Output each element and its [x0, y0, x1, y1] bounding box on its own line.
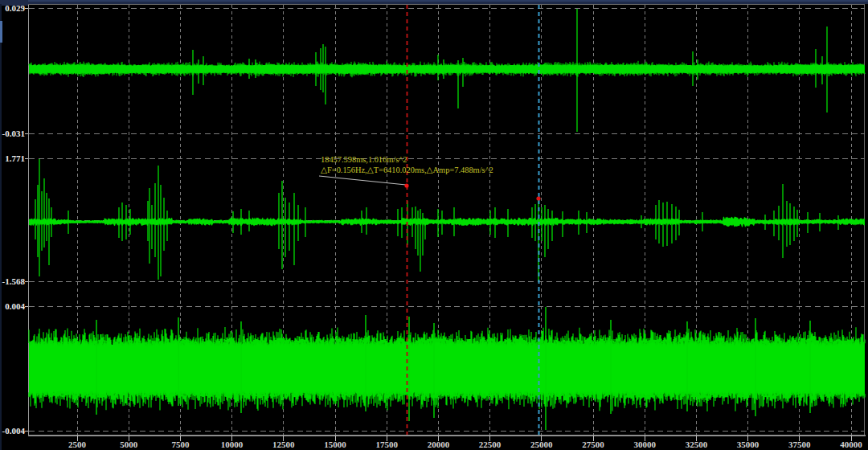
svg-text:27500: 27500	[582, 440, 604, 449]
svg-text:17500: 17500	[375, 440, 398, 449]
svg-text:12500: 12500	[272, 440, 295, 449]
svg-text:18457.598ms,1.016m/s^2: 18457.598ms,1.016m/s^2	[321, 155, 407, 164]
svg-text:2500: 2500	[68, 440, 87, 449]
svg-text:15000: 15000	[324, 440, 346, 449]
svg-text:0.004: 0.004	[5, 301, 25, 311]
svg-text:7500: 7500	[171, 440, 190, 449]
svg-text:△F=0.156Hz,△T=6410.020ms,△Amp=: △F=0.156Hz,△T=6410.020ms,△Amp=7.488m/s^2	[321, 166, 493, 174]
svg-text:32500: 32500	[686, 440, 708, 449]
svg-text:40000: 40000	[840, 440, 862, 449]
svg-text:-1.568: -1.568	[2, 276, 26, 286]
svg-text:1.771: 1.771	[5, 153, 25, 163]
svg-text:37500: 37500	[788, 440, 811, 449]
svg-text:-0.004: -0.004	[2, 426, 26, 436]
svg-text:30000: 30000	[633, 440, 656, 449]
svg-text:25000: 25000	[530, 440, 553, 449]
svg-text:22500: 22500	[479, 440, 502, 449]
svg-text:-0.031: -0.031	[2, 129, 25, 138]
svg-text:0.029: 0.029	[5, 3, 25, 13]
svg-text:20000: 20000	[428, 440, 450, 449]
svg-text:5000: 5000	[120, 440, 138, 449]
svg-text:35000: 35000	[737, 440, 760, 449]
svg-text:10000: 10000	[221, 440, 244, 449]
